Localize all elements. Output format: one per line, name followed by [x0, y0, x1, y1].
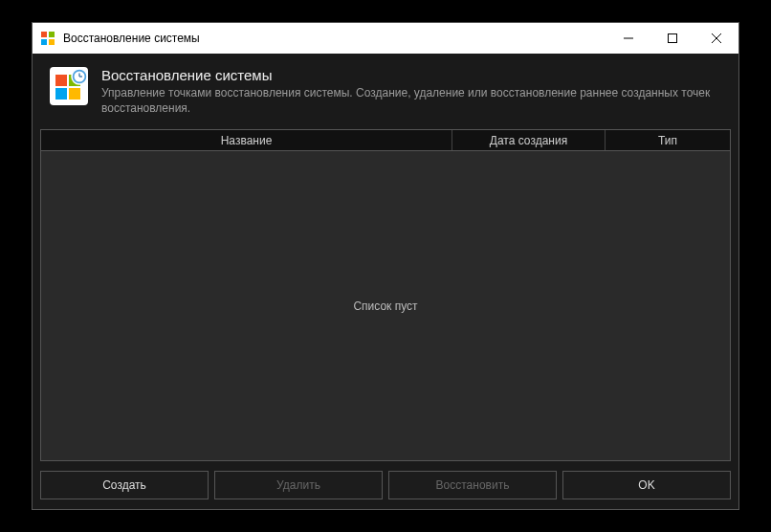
- create-button[interactable]: Создать: [40, 471, 209, 499]
- empty-list-message: Список пуст: [353, 299, 417, 313]
- svg-rect-10: [55, 88, 67, 100]
- svg-rect-2: [41, 39, 47, 45]
- page-title: Восстановление системы: [101, 67, 721, 83]
- system-restore-icon: [50, 67, 88, 105]
- svg-rect-11: [69, 88, 80, 100]
- main-window: Восстановление системы: [32, 22, 739, 510]
- titlebar: Восстановление системы: [33, 23, 738, 54]
- column-type[interactable]: Тип: [606, 130, 730, 150]
- close-button[interactable]: [694, 23, 738, 54]
- ok-button[interactable]: OK: [562, 471, 731, 499]
- svg-rect-8: [55, 75, 67, 86]
- app-icon: [40, 31, 55, 46]
- svg-rect-5: [669, 34, 677, 43]
- column-date[interactable]: Дата создания: [452, 130, 606, 150]
- restore-button[interactable]: Восстановить: [388, 471, 557, 499]
- svg-rect-1: [49, 32, 55, 37]
- window-controls: [606, 23, 738, 54]
- header: Восстановление системы Управление точкам…: [33, 54, 738, 129]
- header-texts: Восстановление системы Управление точкам…: [101, 67, 721, 116]
- column-name[interactable]: Название: [41, 130, 452, 150]
- page-description: Управление точками восстановления систем…: [101, 85, 721, 116]
- table-body: Список пуст: [41, 151, 730, 460]
- table-header: Название Дата создания Тип: [41, 130, 730, 151]
- maximize-button[interactable]: [650, 23, 694, 54]
- button-bar: Создать Удалить Восстановить OK: [33, 461, 738, 509]
- window-title: Восстановление системы: [63, 32, 606, 45]
- delete-button[interactable]: Удалить: [214, 471, 383, 499]
- svg-rect-3: [49, 39, 55, 45]
- restore-points-table: Название Дата создания Тип Список пуст: [40, 129, 731, 461]
- svg-rect-0: [41, 32, 47, 37]
- minimize-button[interactable]: [606, 23, 650, 54]
